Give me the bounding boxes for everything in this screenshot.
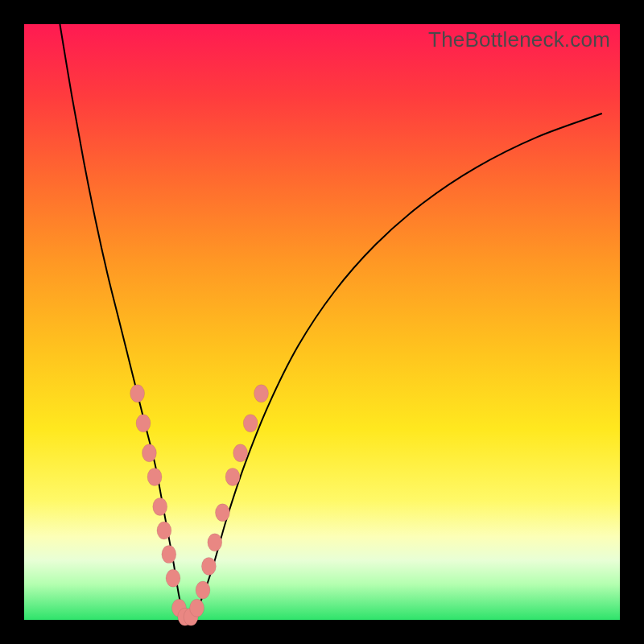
chart-frame: TheBottleneck.com [0, 0, 644, 644]
bead-marker [190, 599, 204, 617]
bead-marker [147, 468, 162, 485]
bead-marker [208, 534, 222, 551]
curve-layer [24, 24, 620, 620]
bead-marker [136, 415, 151, 432]
bead-marker [225, 468, 240, 485]
bead-marker [243, 415, 258, 432]
bead-marker [166, 569, 180, 587]
bead-marker [254, 385, 269, 402]
plot-area: TheBottleneck.com [24, 24, 620, 620]
bead-marker [196, 581, 210, 599]
bead-marker [130, 385, 145, 402]
bead-marker [201, 557, 216, 575]
bead-marker [233, 444, 248, 462]
bead-marker [153, 497, 167, 515]
bead-marker [215, 504, 229, 522]
bead-group [130, 385, 269, 626]
bottleneck-curve [60, 24, 601, 623]
bead-marker [162, 546, 176, 564]
bead-marker [157, 522, 171, 539]
bead-marker [142, 444, 156, 462]
